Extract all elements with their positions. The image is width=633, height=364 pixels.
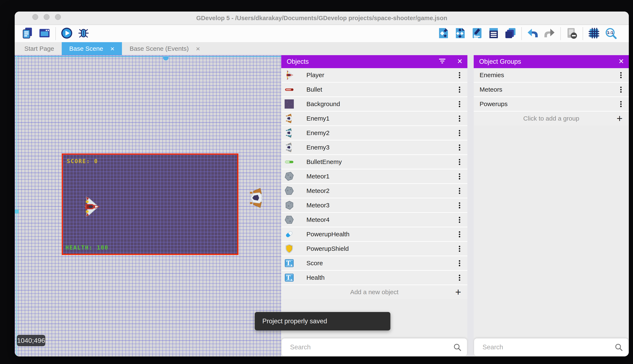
health-text-instance[interactable]: HEALTH: 100 xyxy=(66,244,109,251)
search-icon xyxy=(614,343,623,352)
object-row[interactable]: Bullet xyxy=(281,82,467,97)
item-menu-button[interactable] xyxy=(458,244,461,254)
add-group-label: Click to add a group xyxy=(523,115,579,122)
object-groups-panel-close-icon[interactable]: × xyxy=(618,55,624,68)
object-name: Bullet xyxy=(306,86,322,93)
object-name: Enemy1 xyxy=(306,115,330,122)
object-row[interactable]: TxScore xyxy=(281,256,467,271)
group-row[interactable]: Enemies xyxy=(474,68,629,82)
zoom-1-1-icon: 1:1 xyxy=(605,27,617,40)
item-menu-button[interactable] xyxy=(458,85,461,94)
toast-message: Project properly saved xyxy=(255,318,327,325)
item-menu-button[interactable] xyxy=(458,258,461,268)
scene-canvas[interactable]: SCORE: 0 HEALTH: 100 1040;496 xyxy=(15,55,281,356)
item-menu-button[interactable] xyxy=(458,172,461,181)
svg-text:T: T xyxy=(286,260,290,267)
object-name: Meteor1 xyxy=(306,173,330,180)
object-name: Score xyxy=(306,260,323,267)
item-menu-button[interactable] xyxy=(458,157,461,167)
object-row[interactable]: PowerupShield xyxy=(281,242,467,256)
item-menu-button[interactable] xyxy=(458,100,461,109)
redo-button[interactable] xyxy=(543,28,555,40)
zoom-1-1-button[interactable]: 1:1 xyxy=(605,28,617,40)
object-row[interactable]: Meteor3 xyxy=(281,198,467,213)
object-row[interactable]: PowerupHealth xyxy=(281,227,467,242)
layers-panel-icon xyxy=(505,27,516,40)
tab-base-scene-events[interactable]: Base Scene (Events)× xyxy=(122,42,208,55)
undo-icon xyxy=(527,27,539,40)
group-name: Enemies xyxy=(480,72,504,79)
item-menu-button[interactable] xyxy=(458,128,461,138)
score-text-instance[interactable]: SCORE: 0 xyxy=(67,158,98,164)
object-row[interactable]: Enemy3 xyxy=(281,140,467,155)
panel-divider xyxy=(467,55,474,356)
enemy-ship-instance[interactable] xyxy=(249,188,265,208)
object-groups-panel-button[interactable] xyxy=(454,28,466,40)
object-row[interactable]: Meteor1 xyxy=(281,170,467,184)
objects-panel-button[interactable] xyxy=(437,28,449,40)
selection-top-handle[interactable] xyxy=(163,57,169,60)
item-menu-button[interactable] xyxy=(458,70,461,80)
item-menu-button[interactable] xyxy=(458,143,461,152)
game-window-bounds: SCORE: 0 HEALTH: 100 xyxy=(62,154,238,255)
preview-window-icon xyxy=(39,27,50,40)
groups-panel-spacer xyxy=(474,126,629,338)
objects-panel: Objects × PlayerBulletBackgroundEnemy1En… xyxy=(281,55,467,356)
selection-resize-handle[interactable] xyxy=(15,210,19,214)
object-row[interactable]: BulletEnemy xyxy=(281,155,467,170)
tab-start-page[interactable]: Start Page xyxy=(17,42,62,55)
background-icon xyxy=(284,99,294,109)
object-name: BulletEnemy xyxy=(306,158,342,166)
group-row[interactable]: Meteors xyxy=(474,82,629,97)
instances-list-icon xyxy=(488,27,499,40)
instances-list-button[interactable] xyxy=(488,28,500,40)
object-row[interactable]: TxHealth xyxy=(281,271,467,285)
item-menu-button[interactable] xyxy=(619,85,622,94)
add-object-label: Add a new object xyxy=(350,288,398,296)
group-name: Powerups xyxy=(480,100,507,108)
plus-icon: + xyxy=(617,114,622,124)
objects-panel-close-icon[interactable]: × xyxy=(457,55,462,68)
objects-search-input[interactable] xyxy=(282,343,449,351)
play-preview-button[interactable] xyxy=(61,28,73,40)
object-row[interactable]: Enemy1 xyxy=(281,112,467,126)
item-menu-button[interactable] xyxy=(619,100,622,109)
plus-icon: + xyxy=(455,287,461,297)
properties-panel-button[interactable] xyxy=(471,28,483,40)
undo-button[interactable] xyxy=(527,28,539,40)
enemy-teal-icon xyxy=(284,128,294,138)
item-menu-button[interactable] xyxy=(458,186,461,196)
item-menu-button[interactable] xyxy=(458,114,461,123)
item-menu-button[interactable] xyxy=(458,201,461,210)
object-name: Background xyxy=(306,100,340,108)
add-group-button[interactable]: Click to add a group + xyxy=(474,112,629,126)
groups-search-bar xyxy=(474,338,628,356)
layers-panel-button[interactable] xyxy=(504,28,516,40)
debug-button[interactable] xyxy=(78,28,90,40)
item-menu-button[interactable] xyxy=(458,230,461,239)
add-object-button[interactable]: Add a new object + xyxy=(281,285,467,299)
group-row[interactable]: Powerups xyxy=(474,97,629,112)
object-row[interactable]: Meteor4 xyxy=(281,213,467,227)
groups-search-input[interactable] xyxy=(474,343,610,351)
object-row[interactable]: Background xyxy=(281,97,467,112)
selection-left-edge xyxy=(16,56,17,356)
grid-button[interactable] xyxy=(588,28,600,40)
item-menu-button[interactable] xyxy=(619,70,622,80)
preview-window-button[interactable] xyxy=(39,28,51,40)
tab-close-icon[interactable]: × xyxy=(196,45,200,52)
object-row[interactable]: Enemy2 xyxy=(281,126,467,140)
object-name: PowerupShield xyxy=(306,245,349,252)
window-mask-button[interactable] xyxy=(566,28,578,40)
object-row[interactable]: Meteor2 xyxy=(281,184,467,198)
filter-icon[interactable] xyxy=(439,59,446,64)
player-ship-instance[interactable] xyxy=(82,196,100,218)
item-menu-button[interactable] xyxy=(458,215,461,224)
meteor-4-icon xyxy=(284,215,294,225)
project-manager-button[interactable] xyxy=(22,28,34,40)
tab-base-scene[interactable]: Base Scene× xyxy=(62,42,122,55)
object-name: PowerupHealth xyxy=(306,231,350,238)
object-row[interactable]: Player xyxy=(281,68,467,82)
item-menu-button[interactable] xyxy=(458,273,461,282)
tab-close-icon[interactable]: × xyxy=(110,45,115,52)
